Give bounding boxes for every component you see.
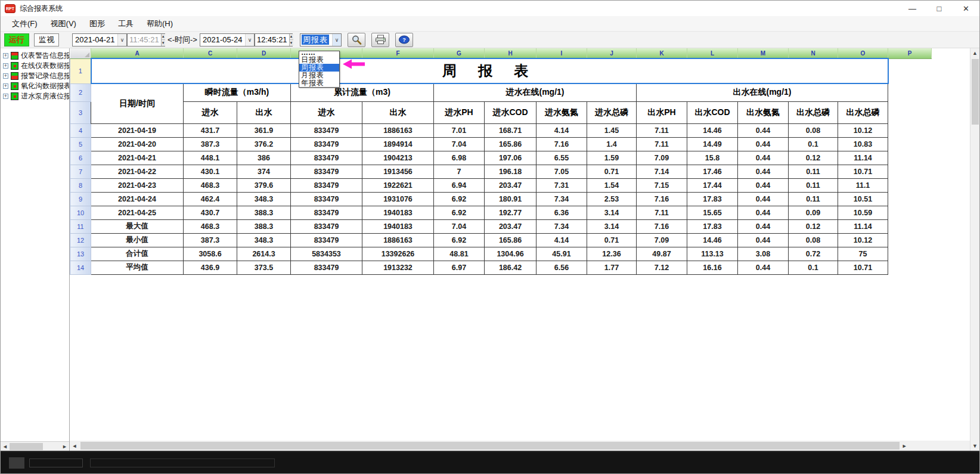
data-cell[interactable]: 388.3 bbox=[237, 219, 291, 233]
data-cell[interactable]: 17.83 bbox=[687, 219, 738, 233]
data-cell[interactable]: 833479 bbox=[291, 261, 362, 274]
data-cell[interactable]: 平均值 bbox=[91, 261, 184, 274]
data-cell[interactable]: 15.65 bbox=[687, 206, 738, 219]
data-cell[interactable]: 1904213 bbox=[362, 151, 434, 165]
menu-item[interactable]: 图形 bbox=[83, 17, 111, 31]
column-header[interactable]: A bbox=[91, 48, 184, 58]
data-cell[interactable]: 17.44 bbox=[687, 178, 738, 192]
data-cell[interactable]: 11.14 bbox=[838, 151, 888, 165]
data-cell[interactable]: 0.44 bbox=[738, 137, 789, 151]
data-cell[interactable]: 430.7 bbox=[184, 206, 237, 219]
data-cell[interactable]: 0.08 bbox=[789, 233, 838, 247]
data-cell[interactable]: 7.04 bbox=[434, 137, 485, 151]
scroll-left-icon[interactable]: ◄ bbox=[1, 444, 10, 450]
data-cell[interactable]: 180.91 bbox=[485, 192, 536, 206]
chevron-down-icon[interactable]: ∨ bbox=[245, 34, 254, 46]
preview-button[interactable] bbox=[348, 33, 365, 47]
data-cell[interactable]: 17.83 bbox=[687, 192, 738, 206]
scrollbar-thumb[interactable] bbox=[972, 59, 979, 125]
expand-plus-icon[interactable]: + bbox=[3, 83, 8, 89]
data-cell[interactable]: 3.14 bbox=[587, 206, 637, 219]
tree-item[interactable]: +氧化沟数据报表 bbox=[3, 81, 69, 91]
data-cell[interactable]: 1940183 bbox=[362, 219, 434, 233]
close-button[interactable]: ✕ bbox=[953, 1, 979, 16]
row-number[interactable]: 5 bbox=[70, 137, 91, 151]
data-cell[interactable]: 186.42 bbox=[485, 261, 536, 274]
empty-cell[interactable] bbox=[888, 137, 932, 151]
data-cell[interactable]: 0.11 bbox=[789, 192, 838, 206]
data-cell[interactable]: 7.16 bbox=[536, 137, 587, 151]
data-cell[interactable]: 13392626 bbox=[362, 247, 434, 261]
data-cell[interactable]: 最小值 bbox=[91, 233, 184, 247]
report-title-cell[interactable]: 周 报 表 bbox=[91, 58, 888, 83]
tree-item[interactable]: +在线仪表数据报 bbox=[3, 61, 69, 71]
data-cell[interactable]: 6.56 bbox=[536, 261, 587, 274]
data-cell[interactable]: 468.3 bbox=[184, 178, 237, 192]
data-cell[interactable]: 7.34 bbox=[536, 192, 587, 206]
data-cell[interactable]: 11.1 bbox=[838, 178, 888, 192]
scroll-left-icon[interactable]: ◄ bbox=[70, 443, 79, 449]
empty-cell[interactable] bbox=[888, 165, 932, 178]
empty-cell[interactable] bbox=[888, 123, 932, 137]
data-cell[interactable]: 0.71 bbox=[587, 233, 637, 247]
data-cell[interactable]: 1886163 bbox=[362, 123, 434, 137]
data-cell[interactable]: 361.9 bbox=[237, 123, 291, 137]
row-number[interactable]: 8 bbox=[70, 178, 91, 192]
data-cell[interactable]: 374 bbox=[237, 165, 291, 178]
column-header[interactable]: O bbox=[838, 48, 888, 58]
data-cell[interactable]: 7.04 bbox=[434, 219, 485, 233]
data-cell[interactable]: 0.44 bbox=[738, 233, 789, 247]
data-cell[interactable]: 7.05 bbox=[536, 165, 587, 178]
expand-plus-icon[interactable]: + bbox=[3, 53, 8, 58]
column-header[interactable]: N bbox=[789, 48, 838, 58]
data-cell[interactable]: 45.91 bbox=[536, 247, 587, 261]
data-cell[interactable]: 7.01 bbox=[434, 123, 485, 137]
data-cell[interactable]: 5834353 bbox=[291, 247, 362, 261]
data-cell[interactable]: 7.34 bbox=[536, 219, 587, 233]
menu-item[interactable]: 视图(V) bbox=[44, 17, 83, 31]
data-cell[interactable]: 7.09 bbox=[637, 233, 687, 247]
header-cell[interactable]: 日期/时间 bbox=[91, 83, 184, 123]
data-cell[interactable]: 1.77 bbox=[587, 261, 637, 274]
data-cell[interactable]: 10.83 bbox=[838, 137, 888, 151]
data-cell[interactable]: 2021-04-24 bbox=[91, 192, 184, 206]
data-cell[interactable]: 12.36 bbox=[587, 247, 637, 261]
expand-plus-icon[interactable]: + bbox=[3, 73, 8, 79]
data-cell[interactable]: 203.47 bbox=[485, 178, 536, 192]
data-cell[interactable]: 379.6 bbox=[237, 178, 291, 192]
select-all-corner[interactable] bbox=[70, 48, 91, 58]
data-cell[interactable]: 0.44 bbox=[738, 219, 789, 233]
column-header[interactable]: F bbox=[362, 48, 434, 58]
print-button[interactable] bbox=[371, 33, 389, 47]
data-cell[interactable]: 75 bbox=[838, 247, 888, 261]
data-cell[interactable]: 7.16 bbox=[637, 192, 687, 206]
start-time-spinner[interactable]: 11:45:21 ▲ ▼ bbox=[127, 33, 165, 47]
data-cell[interactable]: 387.3 bbox=[184, 233, 237, 247]
data-cell[interactable]: 10.59 bbox=[838, 206, 888, 219]
column-header[interactable]: G bbox=[434, 48, 485, 58]
data-cell[interactable]: 388.3 bbox=[237, 206, 291, 219]
data-cell[interactable]: 最大值 bbox=[91, 219, 184, 233]
scroll-down-icon[interactable]: ▼ bbox=[972, 441, 978, 451]
column-header[interactable]: I bbox=[536, 48, 587, 58]
data-cell[interactable]: 1913456 bbox=[362, 165, 434, 178]
data-cell[interactable]: 0.11 bbox=[789, 178, 838, 192]
data-cell[interactable]: 1931076 bbox=[362, 192, 434, 206]
data-cell[interactable]: 0.44 bbox=[738, 261, 789, 274]
empty-cell[interactable] bbox=[888, 219, 932, 233]
menu-item[interactable]: 文件(F) bbox=[5, 17, 44, 31]
menu-item[interactable]: 帮助(H) bbox=[140, 17, 179, 31]
data-cell[interactable]: 1.54 bbox=[587, 178, 637, 192]
sidebar-horizontal-scrollbar[interactable]: ◄ ► bbox=[1, 441, 69, 451]
row-number[interactable]: 12 bbox=[70, 233, 91, 247]
data-cell[interactable]: 833479 bbox=[291, 151, 362, 165]
header-cell[interactable]: 出水氨氮 bbox=[738, 101, 789, 123]
data-cell[interactable]: 10.12 bbox=[838, 123, 888, 137]
data-cell[interactable]: 7.09 bbox=[637, 151, 687, 165]
data-cell[interactable]: 0.72 bbox=[789, 247, 838, 261]
data-cell[interactable]: 197.06 bbox=[485, 151, 536, 165]
data-cell[interactable]: 165.86 bbox=[485, 137, 536, 151]
data-cell[interactable]: 0.44 bbox=[738, 123, 789, 137]
data-cell[interactable]: 1.4 bbox=[587, 137, 637, 151]
scroll-up-icon[interactable]: ▲ bbox=[972, 48, 978, 58]
